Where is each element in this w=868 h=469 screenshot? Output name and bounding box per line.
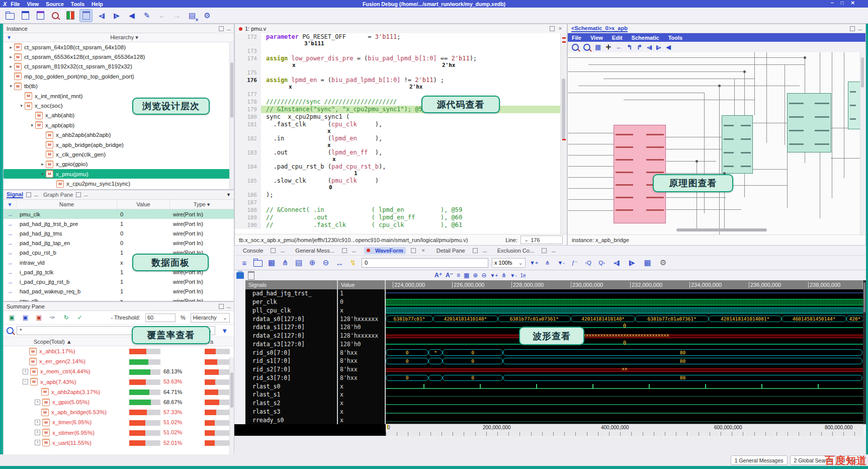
expander-icon[interactable]: ▸ [39, 162, 46, 167]
wave-row-pll_cpu_clk[interactable]: pll_cpu_clkx [245, 306, 863, 315]
time-scrollbar-ruler[interactable]: 0200,000,000400,000,000600,000,000800,00… [386, 424, 863, 436]
source-tab[interactable]: 1: pmu.v [245, 26, 266, 32]
pan-icon[interactable]: ✛ [605, 43, 611, 51]
code-area[interactable]: 172parameter PG_RESET_OFF = 3'b111;3'b11… [235, 33, 561, 234]
time-unit-select[interactable]: x 100fs⌄ [492, 258, 526, 268]
expander-icon[interactable] [50, 181, 56, 186]
open-folder-icon[interactable] [4, 10, 16, 22]
zoom-in-icon[interactable]: ⊕ [307, 257, 317, 269]
menu-icon[interactable]: ≡ [457, 272, 460, 279]
schematic-canvas[interactable] [568, 52, 860, 234]
font-increase-icon[interactable]: A⁺ [435, 272, 442, 279]
expander-icon[interactable]: ▾ [39, 172, 46, 177]
wave-row-rlast_s0[interactable]: rlast_s0x [245, 382, 863, 390]
threshold-input[interactable]: 60 [145, 314, 176, 322]
coverage-row-x_mem_ctrl[interactable]: +Mx_mem_ctrl(4.44%)68.13% [4, 366, 234, 376]
hierarchy-column-header[interactable]: Hierarchy ▾ [15, 34, 234, 41]
wave-row-rid_s070[interactable]: rid_s0[7:0]8'hxx0*080 [245, 348, 863, 357]
grid-icon[interactable]: ▦ [464, 272, 469, 279]
print-icon[interactable] [236, 272, 244, 279]
maximize-button[interactable]: □ [841, 0, 844, 6]
minimize-icon[interactable] [34, 193, 38, 196]
tab-detail-pane[interactable]: Detail Pane [434, 247, 468, 254]
zoom-in-icon[interactable] [572, 44, 579, 51]
wave-row-rlast_s3[interactable]: rlast_s3x [245, 408, 863, 416]
expand-icon[interactable]: + [23, 369, 28, 374]
popout-icon[interactable] [850, 26, 855, 31]
back-icon[interactable]: ← [616, 43, 622, 51]
tree-item-ct_spsram_8192x32[interactable]: ▸Mct_spsram_8192x32(ct_spsram_8192x32) [4, 62, 234, 71]
coverage-row-x_err_gen[interactable]: Mx_err_gen(2.14%) [4, 356, 234, 366]
schematic-menu-file[interactable]: File [572, 35, 581, 41]
tab-waveform[interactable]: WaveForm [364, 247, 406, 254]
pane-layout-icon[interactable] [79, 9, 93, 22]
line-number-input[interactable]: ⌄176 [520, 236, 563, 244]
refresh-icon[interactable]: ↻ [62, 314, 70, 322]
tab-graph-pane[interactable]: Graph Pane [43, 192, 73, 198]
minimize-icon[interactable] [227, 305, 231, 308]
popout-icon[interactable] [550, 26, 555, 31]
tree-item-mp_top_golden_port[interactable]: Mmp_top_golden_port(mp_top_golden_port) [4, 71, 234, 81]
signal-add-icon[interactable]: ⋔ [543, 257, 553, 269]
waveform-vscrollbar[interactable] [863, 280, 866, 424]
tree-item-ct_spsram_64x108[interactable]: ▸Mct_spsram_64x108(ct_spsram_64x108) [4, 42, 234, 52]
tree-item-ct_spsram_65536x128[interactable]: ▸Mct_spsram_65536x128(ct_spsram_65536x12… [4, 52, 234, 61]
minimize-icon[interactable] [281, 249, 285, 252]
goto-d-icon[interactable]: ◀D [611, 257, 623, 269]
wave-row-rlast_s1[interactable]: rlast_s1x [245, 390, 863, 399]
signal-add-icon[interactable]: ⋔ [501, 272, 506, 279]
collapse-icon[interactable]: − [23, 379, 28, 384]
tree-item-x_ahb2apb[interactable]: Mx_ahb2apb(ahb2apb) [4, 130, 234, 140]
col-value[interactable]: Value [117, 200, 170, 209]
coverage-row-x_apb_bridge[interactable]: Mx_apb_bridge(6.53%)57.33% [4, 407, 234, 417]
time-input[interactable]: 0 [362, 258, 488, 268]
schematic-tab[interactable]: <Schematic_0>x_apb [571, 25, 628, 32]
popout-icon[interactable] [271, 248, 276, 253]
popout-icon[interactable] [219, 304, 224, 309]
minimize-button[interactable]: – [831, 0, 834, 6]
wave-row-rready_s0[interactable]: rready_s0x [245, 416, 863, 424]
coverage-row-x_gpio[interactable]: +Mx_gpio(5.05%)68.67% [4, 397, 234, 407]
coverage-row-x_uart[interactable]: +Mx_uart(11.55%)52.01% [4, 438, 234, 448]
minimize-icon[interactable] [352, 249, 356, 252]
trash-icon[interactable] [248, 271, 254, 280]
zoom-out-icon[interactable]: ⊖ [481, 272, 486, 279]
block-teal-1[interactable] [722, 115, 753, 174]
tree-item-x_pmu[interactable]: ▾Mx_pmu(pmu) [4, 169, 234, 179]
close-icon[interactable]: ✕ [421, 248, 426, 253]
signal-row-pad_had_jtg_tap_en[interactable]: →pad_had_jtg_tap_en0wire(Port In) [4, 239, 234, 248]
minimize-icon[interactable] [483, 249, 487, 252]
tree-item-x_apb_bridge[interactable]: Mx_apb_bridge(apb_bridge) [4, 140, 234, 149]
pane-menu-icon[interactable]: ▼ [226, 192, 231, 197]
expand-icon[interactable]: + [35, 440, 40, 445]
summary-filter-icon[interactable]: ▼ [221, 327, 228, 335]
menu-view[interactable]: View [27, 1, 39, 7]
minimize-icon[interactable] [858, 27, 862, 30]
block-teal-2[interactable] [787, 93, 831, 152]
font-decrease-icon[interactable]: A⁻ [446, 272, 453, 279]
block-teal-3[interactable] [848, 82, 860, 129]
wave-row-rdata_s01270[interactable]: rdata_s0[127:0]128'hxxxxxx6381b77c01*420… [245, 315, 863, 323]
edit-pencil-icon[interactable]: ✎ [141, 10, 153, 22]
expand-icon[interactable]: + [35, 420, 40, 425]
summary-scrollbar[interactable] [229, 357, 234, 457]
wave-row-rid_s370[interactable]: rid_s3[7:0]8'hxx0080 [245, 374, 863, 382]
nav-forward-icon[interactable]: → [171, 10, 183, 22]
search-next-icon[interactable]: Q› [597, 257, 607, 269]
brush-icon[interactable]: ✑ [48, 314, 57, 322]
minimize-icon[interactable] [552, 249, 556, 252]
col-name[interactable]: Name [17, 200, 117, 209]
signal-row-i_pad_cpu_jtg_rst_b[interactable]: →i_pad_cpu_jtg_rst_b1wire(Port In) [4, 277, 234, 286]
goto-c-left-icon[interactable]: ◀ [126, 10, 138, 22]
statusbar-button-1-general-messages[interactable]: 1 General Messages [731, 455, 788, 465]
filter-icon[interactable]: ▼ [7, 35, 12, 40]
popout-icon[interactable] [542, 248, 547, 253]
goto-l-right-icon[interactable]: ▶L [111, 10, 123, 22]
zoom-fit-icon[interactable]: ↔ [334, 257, 344, 269]
value-column-header[interactable]: Value [338, 280, 386, 289]
search-prev-icon[interactable]: ‹Q [583, 257, 593, 269]
close-button[interactable]: ✕ [851, 0, 855, 6]
schematic-menu-edit[interactable]: Edit [612, 35, 623, 41]
tree-item-x_gpio[interactable]: ▸Mx_gpio(gpio) [4, 160, 234, 169]
tab-exclusion-co-[interactable]: Exclusion Co... [495, 247, 537, 254]
